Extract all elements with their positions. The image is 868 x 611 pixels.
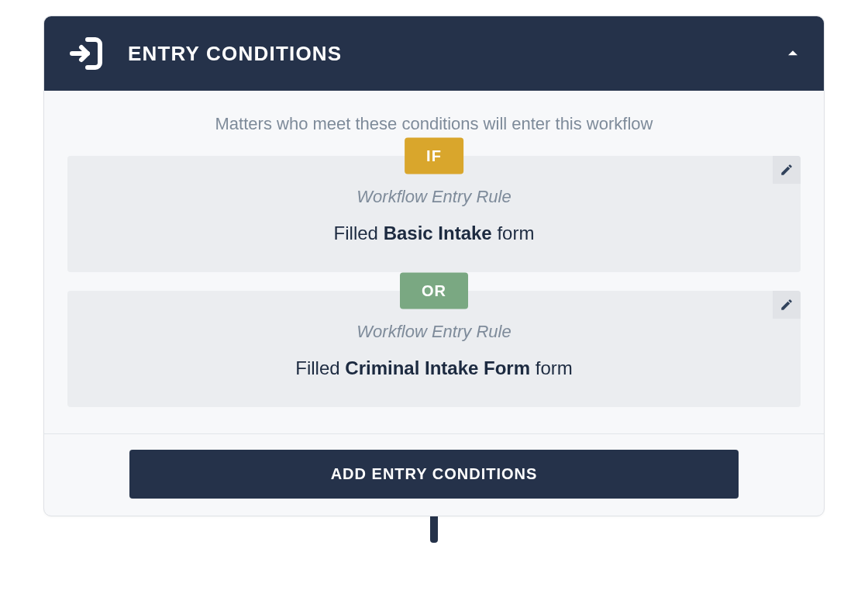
card-body: Matters who meet these conditions will e…	[44, 91, 824, 433]
add-entry-conditions-button[interactable]: ADD ENTRY CONDITIONS	[129, 450, 739, 499]
rule-wrapper-1: IF Workflow Entry Rule Filled Basic Inta…	[67, 156, 801, 272]
rule-wrapper-2: OR Workflow Entry Rule Filled Criminal I…	[67, 291, 801, 407]
rule-label: Workflow Entry Rule	[83, 322, 785, 342]
pencil-icon	[780, 298, 794, 312]
or-chip: OR	[400, 273, 468, 309]
entry-icon	[69, 35, 106, 72]
edit-rule-button[interactable]	[773, 291, 801, 319]
card-footer: ADD ENTRY CONDITIONS	[44, 433, 824, 516]
header-title: ENTRY CONDITIONS	[128, 42, 342, 66]
rule-bold: Basic Intake	[384, 223, 492, 243]
rule-prefix: Filled	[334, 223, 384, 243]
conditions-subtitle: Matters who meet these conditions will e…	[67, 114, 801, 134]
rule-text: Filled Basic Intake form	[83, 223, 785, 244]
rule-suffix: form	[492, 223, 535, 243]
rule-bold: Criminal Intake Form	[345, 357, 530, 378]
edit-rule-button[interactable]	[773, 156, 801, 184]
entry-conditions-card: ENTRY CONDITIONS Matters who meet these …	[43, 16, 825, 516]
rule-label: Workflow Entry Rule	[83, 187, 785, 207]
workflow-connector	[430, 516, 438, 543]
rule-prefix: Filled	[295, 357, 345, 378]
if-chip: IF	[405, 138, 463, 174]
chevron-up-icon	[786, 47, 800, 60]
pencil-icon	[780, 163, 794, 177]
rule-suffix: form	[530, 357, 573, 378]
collapse-button[interactable]	[784, 44, 802, 63]
rule-text: Filled Criminal Intake Form form	[83, 357, 785, 379]
card-header: ENTRY CONDITIONS	[44, 16, 824, 91]
